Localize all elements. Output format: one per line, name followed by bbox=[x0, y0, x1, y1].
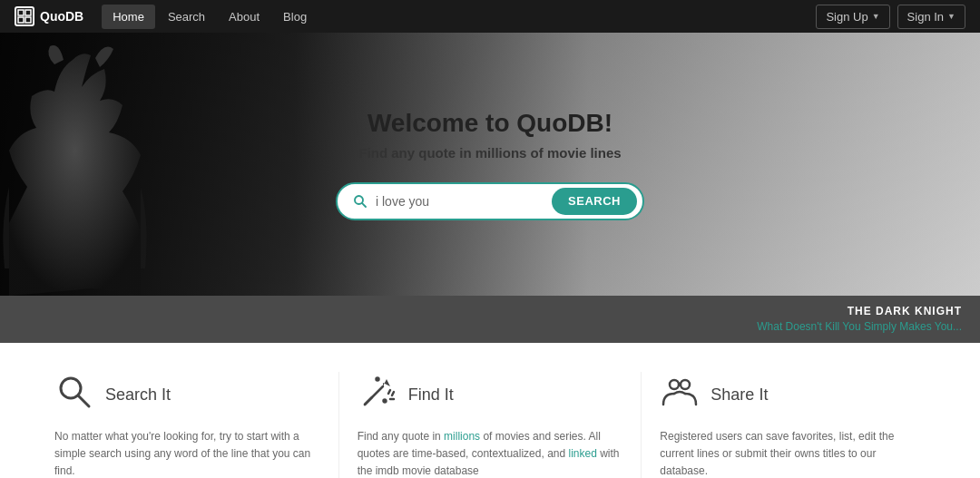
svg-line-7 bbox=[78, 395, 89, 406]
feature-share-header: Share It bbox=[660, 372, 926, 417]
feature-find-title: Find It bbox=[408, 385, 454, 405]
svg-point-15 bbox=[383, 400, 386, 403]
feature-search-header: Search It bbox=[54, 372, 320, 417]
svg-marker-10 bbox=[383, 379, 390, 386]
ticker-content: THE DARK KNIGHT What Doesn't Kill You Si… bbox=[757, 305, 962, 333]
svg-line-5 bbox=[362, 202, 366, 206]
brand-icon bbox=[15, 6, 34, 26]
feature-share: Share It Registered users can save favor… bbox=[642, 372, 944, 478]
features-section: Search It No matter what you're looking … bbox=[0, 343, 980, 478]
feature-search-desc: No matter what you're looking for, try t… bbox=[54, 428, 320, 478]
search-input[interactable] bbox=[376, 194, 552, 209]
feature-find-header: Find It bbox=[358, 372, 623, 417]
feature-find: Find It Find any quote in millions of mo… bbox=[339, 372, 642, 478]
nav-search[interactable]: Search bbox=[157, 5, 216, 29]
ticker-movie-title: THE DARK KNIGHT bbox=[757, 305, 962, 317]
navbar: QuoDB Home Search About Blog Sign Up ▼ S… bbox=[0, 0, 980, 33]
quote-ticker: THE DARK KNIGHT What Doesn't Kill You Si… bbox=[0, 296, 980, 343]
svg-point-17 bbox=[681, 380, 690, 389]
feature-share-desc: Registered users can save favorites, lis… bbox=[660, 428, 926, 478]
feature-search: Search It No matter what you're looking … bbox=[36, 372, 339, 478]
main-nav: Home Search About Blog bbox=[102, 5, 816, 29]
find-linked-link[interactable]: linked bbox=[568, 447, 596, 460]
find-feature-icon bbox=[358, 372, 397, 417]
navbar-right: Sign Up ▼ Sign In ▼ bbox=[816, 5, 965, 29]
brand-name: QuoDB bbox=[40, 9, 83, 24]
search-button[interactable]: SEARCH bbox=[552, 188, 637, 215]
search-icon bbox=[352, 193, 368, 210]
brand-logo[interactable]: QuoDB bbox=[15, 6, 83, 26]
signin-dropdown-arrow: ▼ bbox=[947, 12, 956, 21]
batman-figure bbox=[0, 42, 181, 296]
find-millions-link[interactable]: millions bbox=[444, 430, 480, 443]
search-feature-icon bbox=[54, 372, 94, 417]
hero-content: Welcome to QuoDB! Find any quote in mill… bbox=[318, 91, 662, 239]
search-box: SEARCH bbox=[336, 182, 644, 220]
signup-button[interactable]: Sign Up ▼ bbox=[816, 5, 889, 29]
svg-point-16 bbox=[670, 380, 679, 389]
feature-share-title: Share It bbox=[710, 385, 768, 405]
svg-line-11 bbox=[388, 390, 390, 394]
svg-point-14 bbox=[376, 378, 378, 381]
feature-search-title: Search It bbox=[105, 385, 171, 405]
nav-home[interactable]: Home bbox=[102, 5, 155, 29]
ticker-quote[interactable]: What Doesn't Kill You Simply Makes You..… bbox=[757, 320, 962, 333]
svg-rect-3 bbox=[25, 17, 31, 23]
share-feature-icon bbox=[660, 372, 700, 417]
hero-title: Welcome to QuoDB! bbox=[336, 109, 644, 138]
hero-section: Welcome to QuoDB! Find any quote in mill… bbox=[0, 33, 980, 296]
feature-find-desc: Find any quote in millions of movies and… bbox=[358, 428, 623, 478]
nav-about[interactable]: About bbox=[218, 5, 270, 29]
hero-subtitle: Find any quote in millions of movie line… bbox=[336, 145, 644, 161]
svg-line-12 bbox=[392, 392, 394, 395]
signup-dropdown-arrow: ▼ bbox=[872, 12, 880, 21]
svg-rect-2 bbox=[18, 17, 24, 23]
signin-button[interactable]: Sign In ▼ bbox=[897, 5, 965, 29]
svg-line-9 bbox=[365, 397, 372, 405]
svg-rect-0 bbox=[18, 10, 24, 15]
nav-blog[interactable]: Blog bbox=[272, 5, 318, 29]
svg-rect-1 bbox=[25, 10, 31, 15]
